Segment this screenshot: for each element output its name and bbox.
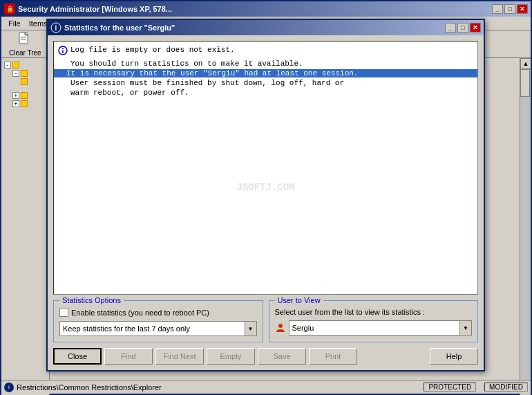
main-titlebar-buttons: _ □ ✕ xyxy=(492,4,528,14)
scroll-thumb[interactable] xyxy=(520,69,530,97)
dialog-maximize-button[interactable]: □ xyxy=(457,23,468,33)
log-line-2: You should turn statistics on to make it… xyxy=(58,59,473,68)
log-text-4: User session must be finished by shut do… xyxy=(70,79,344,87)
tree-folder-4 xyxy=(21,100,28,107)
log-text-2: You should turn statistics on to make it… xyxy=(70,59,303,68)
close-button[interactable]: ✕ xyxy=(517,4,528,14)
statusbar-icon: i xyxy=(4,383,14,392)
maximize-button[interactable]: □ xyxy=(504,4,515,14)
dialog-content: Log file is empty or does not exist. You… xyxy=(48,35,484,370)
minimize-button[interactable]: _ xyxy=(492,4,503,14)
tree-item-3[interactable]: + xyxy=(4,91,46,100)
tree-folder-root xyxy=(12,62,19,68)
tree-expand-1[interactable]: - xyxy=(12,70,19,77)
statusbar-protected: PROTECTED xyxy=(424,383,476,392)
statistics-dialog: i Statistics for the user "Sergiu" _ □ ✕ xyxy=(46,19,485,371)
statistics-options-box: Statistics Options Enable statistics (yo… xyxy=(53,300,263,342)
tree-folder-2 xyxy=(21,78,28,85)
log-line-icon-1 xyxy=(58,46,68,58)
statusbar: i Restrictions\Common Restrictions\Explo… xyxy=(1,380,531,394)
statistics-period-select-wrapper: Keep statistics for the last 7 days only… xyxy=(59,321,257,336)
tree-area: - - + + xyxy=(1,58,49,395)
find-next-button[interactable]: Find Next xyxy=(155,348,204,365)
main-window: 🔒 Security Administrator [Windows XP, 57… xyxy=(0,0,532,395)
print-button[interactable]: Print xyxy=(309,348,357,365)
user-icon xyxy=(275,322,286,333)
user-dropdown-arrow[interactable]: ▼ xyxy=(459,320,472,336)
vertical-scrollbar[interactable]: ▲ ▼ xyxy=(520,58,531,395)
user-select-wrapper: Sergiu ▼ xyxy=(289,320,473,336)
tree-item-2[interactable] xyxy=(4,77,46,86)
svg-point-6 xyxy=(62,48,64,49)
main-window-title: Security Administrator [Windows XP, 578.… xyxy=(18,5,492,13)
enable-statistics-label: Enable statistics (you need to reboot PC… xyxy=(71,309,209,317)
tree-folder-1 xyxy=(21,70,28,77)
dialog-icon: i xyxy=(50,22,61,33)
log-line-5: warm reboot, or power off. xyxy=(58,89,473,97)
log-area: Log file is empty or does not exist. You… xyxy=(53,41,478,295)
tree-item-1[interactable]: - xyxy=(4,69,46,77)
dialog-titlebar: i Statistics for the user "Sergiu" _ □ ✕ xyxy=(48,20,484,35)
svg-text:i: i xyxy=(55,24,57,32)
dialog-title: Statistics for the user "Sergiu" xyxy=(64,24,445,32)
tree-folder-3 xyxy=(21,92,28,99)
dialog-minimize-button[interactable]: _ xyxy=(445,23,456,33)
statistics-period-dropdown-arrow[interactable]: ▼ xyxy=(245,321,257,336)
menu-file[interactable]: File xyxy=(4,18,25,29)
statusbar-right: PROTECTED MODIFIED xyxy=(424,383,528,392)
main-window-icon: 🔒 xyxy=(4,3,15,15)
tree-expand-3[interactable]: + xyxy=(12,92,19,99)
left-panel: - - + + xyxy=(1,58,50,395)
scroll-track xyxy=(520,69,531,395)
enable-statistics-checkbox[interactable] xyxy=(59,308,68,317)
statusbar-modified: MODIFIED xyxy=(484,383,528,392)
buttons-row: Close Find Find Next Empty Save Print xyxy=(53,348,478,365)
statusbar-path: Restrictions\Common Restrictions\Explore… xyxy=(17,383,424,392)
svg-point-8 xyxy=(278,324,283,328)
tree-item-4[interactable]: + xyxy=(4,100,46,108)
user-to-view-box: User to View Select user from the list t… xyxy=(269,300,479,342)
clear-tree-icon xyxy=(17,31,33,48)
user-to-view-title: User to View xyxy=(275,296,323,304)
close-button[interactable]: Close xyxy=(53,348,102,365)
save-button[interactable]: Save xyxy=(258,348,306,365)
log-text-3: It is necessary that the user "Sergiu" h… xyxy=(66,69,358,77)
watermark: JSOFTJ.COM xyxy=(236,182,294,193)
help-button[interactable]: Help xyxy=(430,348,478,365)
tree-expand-4[interactable]: + xyxy=(12,100,19,107)
clear-tree-button[interactable]: Clear Tree xyxy=(4,29,46,59)
dialog-close-button[interactable]: ✕ xyxy=(470,23,481,33)
find-button[interactable]: Find xyxy=(104,348,153,365)
main-titlebar: 🔒 Security Administrator [Windows XP, 57… xyxy=(1,1,531,17)
statistics-period-row: Keep statistics for the last 7 days only… xyxy=(59,321,257,336)
tree-expand-root[interactable]: - xyxy=(4,62,11,68)
tree-item-root[interactable]: - xyxy=(4,61,46,69)
user-select[interactable]: Sergiu xyxy=(289,320,473,336)
user-select-row: Sergiu ▼ xyxy=(275,320,473,336)
empty-button[interactable]: Empty xyxy=(207,348,255,365)
log-line-4: User session must be finished by shut do… xyxy=(58,79,473,87)
statistics-options-title: Statistics Options xyxy=(59,296,124,304)
clear-tree-label: Clear Tree xyxy=(9,49,41,57)
options-row: Statistics Options Enable statistics (yo… xyxy=(53,300,478,342)
enable-statistics-row: Enable statistics (you need to reboot PC… xyxy=(59,308,257,317)
log-line-3: It is necessary that the user "Sergiu" h… xyxy=(54,69,477,77)
log-text-1: Log file is empty or does not exist. xyxy=(70,46,235,54)
dialog-titlebar-buttons: _ □ ✕ xyxy=(445,23,481,33)
log-line-1: Log file is empty or does not exist. xyxy=(58,46,473,58)
scroll-up-button[interactable]: ▲ xyxy=(520,58,531,69)
log-text-5: warm reboot, or power off. xyxy=(70,89,189,97)
user-select-label: Select user from the list to view its st… xyxy=(275,308,473,316)
statistics-period-select[interactable]: Keep statistics for the last 7 days only… xyxy=(59,321,257,336)
